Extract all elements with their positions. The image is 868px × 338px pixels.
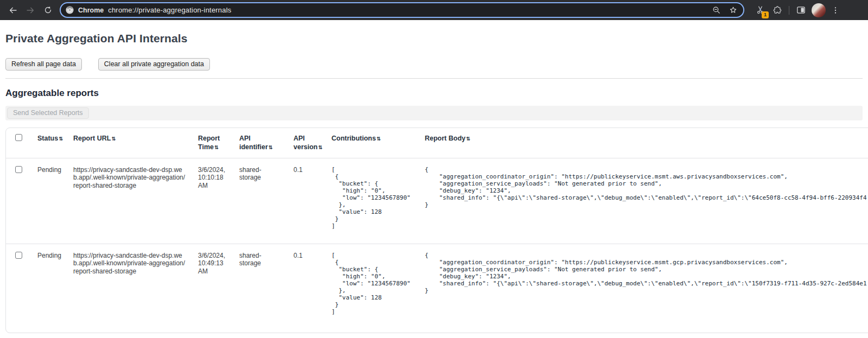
zoom-icon[interactable] — [712, 5, 721, 15]
sort-icon: ⇅ — [214, 144, 219, 150]
forward-arrow-icon — [25, 5, 35, 15]
browser-toolbar: Chrome chrome://private-aggregation-inte… — [0, 0, 868, 20]
sort-icon: ⇅ — [318, 144, 322, 150]
sort-icon: ⇅ — [59, 136, 63, 142]
forward-button[interactable] — [23, 3, 38, 18]
chrome-logo-icon — [65, 5, 74, 15]
contributions-cell: [ { "bucket": { "high": "0", "low": "123… — [326, 244, 419, 333]
header-report-url[interactable]: Report URL⇅ — [68, 128, 193, 158]
header-status[interactable]: Status⇅ — [32, 128, 68, 158]
header-contributions[interactable]: Contributions⇅ — [326, 128, 419, 158]
send-reports-toolbar: Send Selected Reports — [5, 106, 863, 120]
scissors-extension-button[interactable]: 1 — [753, 3, 767, 17]
status-cell: Pending — [32, 244, 68, 333]
api-identifier-cell: shared-storage — [234, 158, 288, 244]
header-report-body[interactable]: Report Body⇅ — [419, 128, 868, 158]
toolbar-divider — [789, 6, 789, 15]
url-bar[interactable]: Chrome chrome://private-aggregation-inte… — [60, 2, 744, 18]
api-version-cell: 0.1 — [288, 158, 326, 244]
table-row: Pending https://privacy-sandcastle-dev-d… — [6, 158, 868, 244]
page-content: Private Aggregation API Internals Refres… — [0, 32, 868, 333]
sort-icon: ⇅ — [111, 136, 116, 142]
side-panel-icon[interactable] — [796, 5, 806, 15]
chrome-chip: Chrome — [65, 5, 104, 15]
page-title: Private Aggregation API Internals — [5, 32, 863, 45]
report-time-cell: 3/6/2024, 10:49:13 AM — [193, 244, 234, 333]
reload-button[interactable] — [40, 3, 55, 18]
extensions-puzzle-icon[interactable] — [773, 5, 782, 15]
report-url-cell: https://privacy-sandcastle-dev-dsp.web.a… — [68, 244, 193, 333]
bookmark-star-icon[interactable] — [729, 5, 738, 15]
report-body-cell: { "aggregation_coordinator_origin": "htt… — [419, 244, 868, 333]
send-selected-reports-button[interactable]: Send Selected Reports — [7, 107, 89, 119]
chrome-chip-label: Chrome — [78, 7, 104, 14]
back-button[interactable] — [5, 3, 21, 18]
report-time-cell: 3/6/2024, 10:10:18 AM — [193, 158, 234, 244]
sort-icon: ⇅ — [466, 136, 470, 142]
back-arrow-icon — [8, 5, 18, 15]
row-checkbox[interactable] — [15, 252, 22, 259]
row-checkbox[interactable] — [15, 166, 22, 173]
status-cell: Pending — [32, 158, 68, 244]
extension-badge: 1 — [762, 11, 769, 18]
header-api-version[interactable]: API version⇅ — [288, 128, 326, 158]
refresh-all-button[interactable]: Refresh all page data — [5, 58, 82, 71]
clear-all-button[interactable]: Clear all private aggregation data — [98, 58, 210, 71]
section-divider — [5, 78, 863, 79]
section-heading: Aggregatable reports — [5, 88, 863, 99]
table-header-row: Status⇅ Report URL⇅ Report Time⇅ API ide… — [6, 128, 868, 158]
profile-avatar[interactable] — [812, 3, 826, 17]
reload-icon — [43, 5, 53, 15]
table-row: Pending https://privacy-sandcastle-dev-d… — [6, 244, 868, 333]
sort-icon: ⇅ — [269, 144, 273, 150]
menu-dots-icon[interactable] — [831, 6, 840, 15]
report-url-cell: https://privacy-sandcastle-dev-dsp.web.a… — [68, 158, 193, 244]
select-all-checkbox[interactable] — [15, 134, 22, 141]
api-version-cell: 0.1 — [288, 244, 326, 333]
api-identifier-cell: shared-storage — [234, 244, 288, 333]
sort-icon: ⇅ — [376, 136, 381, 142]
report-body-cell: { "aggregation_coordinator_origin": "htt… — [419, 158, 868, 244]
header-api-identifier[interactable]: API identifier⇅ — [234, 128, 288, 158]
url-text[interactable]: chrome://private-aggregation-internals — [108, 6, 707, 14]
reports-table: Status⇅ Report URL⇅ Report Time⇅ API ide… — [5, 127, 868, 333]
contributions-cell: [ { "bucket": { "high": "0", "low": "123… — [326, 158, 419, 244]
header-report-time[interactable]: Report Time⇅ — [193, 128, 234, 158]
